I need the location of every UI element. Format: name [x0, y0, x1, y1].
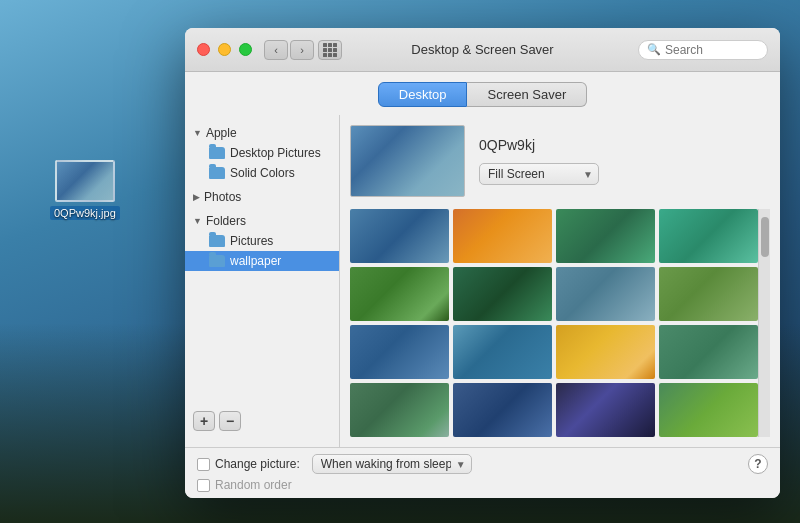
sidebar-footer: + − [185, 403, 339, 439]
grid-item[interactable] [556, 383, 655, 437]
search-icon: 🔍 [647, 43, 661, 56]
grid-item[interactable] [556, 325, 655, 379]
fill-dropdown-container: Fill Screen Fit to Screen Stretch to Fil… [479, 163, 599, 185]
triangle-folders-icon: ▼ [193, 216, 202, 226]
grid-item[interactable] [556, 209, 655, 263]
change-picture-label[interactable]: Change picture: [197, 457, 300, 471]
sidebar-photos-label: Photos [204, 190, 241, 204]
random-order-checkbox[interactable] [197, 479, 210, 492]
grid-view-button[interactable] [318, 40, 342, 60]
grid-item[interactable] [350, 325, 449, 379]
grid-item[interactable] [453, 383, 552, 437]
remove-folder-button[interactable]: − [219, 411, 241, 431]
grid-item[interactable] [659, 383, 758, 437]
grid-item[interactable] [453, 209, 552, 263]
preview-info: 0QPw9kj Fill Screen Fit to Screen Stretc… [479, 137, 599, 185]
grid-item[interactable] [453, 267, 552, 321]
random-order-label[interactable]: Random order [197, 478, 292, 492]
traffic-lights [197, 43, 252, 56]
desktop-file-icon[interactable]: 0QPw9kj.jpg [50, 160, 120, 220]
bottom-bar: Change picture: When waking from sleep E… [185, 447, 780, 498]
scrollbar-track[interactable] [758, 209, 770, 437]
add-folder-button[interactable]: + [193, 411, 215, 431]
desktop-screensaver-window: ‹ › Desktop & Screen Saver 🔍 Desktop Scr… [185, 28, 780, 498]
folder-icon [209, 147, 225, 159]
sidebar-group-folders[interactable]: ▼ Folders [185, 211, 339, 231]
sidebar: ▼ Apple Desktop Pictures Solid Colors ▶ … [185, 115, 340, 447]
titlebar: ‹ › Desktop & Screen Saver 🔍 [185, 28, 780, 72]
triangle-collapsed-icon: ▶ [193, 192, 200, 202]
close-button[interactable] [197, 43, 210, 56]
scrollbar-thumb[interactable] [761, 217, 769, 257]
preview-thumbnail [350, 125, 465, 197]
desktop-icon-label: 0QPw9kj.jpg [50, 206, 120, 220]
change-picture-checkbox[interactable] [197, 458, 210, 471]
grid-item[interactable] [659, 209, 758, 263]
triangle-icon: ▼ [193, 128, 202, 138]
sidebar-section-apple: ▼ Apple Desktop Pictures Solid Colors [185, 123, 339, 183]
content-area: ▼ Apple Desktop Pictures Solid Colors ▶ … [185, 115, 780, 447]
sidebar-item-wallpaper[interactable]: wallpaper [185, 251, 339, 271]
forward-button[interactable]: › [290, 40, 314, 60]
grid-item[interactable] [659, 267, 758, 321]
sidebar-item-pictures[interactable]: Pictures [185, 231, 339, 251]
grid-item[interactable] [350, 209, 449, 263]
main-panel: 0QPw9kj Fill Screen Fit to Screen Stretc… [340, 115, 780, 447]
sidebar-section-folders: ▼ Folders Pictures wallpaper [185, 211, 339, 271]
tab-desktop[interactable]: Desktop [378, 82, 468, 107]
fill-dropdown-wrapper: Fill Screen Fit to Screen Stretch to Fil… [479, 163, 599, 185]
tab-screensaver[interactable]: Screen Saver [467, 82, 587, 107]
sidebar-folders-label: Folders [206, 214, 246, 228]
tab-bar: Desktop Screen Saver [185, 72, 780, 115]
preview-row: 0QPw9kj Fill Screen Fit to Screen Stretc… [350, 125, 770, 197]
desktop-icon-thumbnail [55, 160, 115, 202]
back-button[interactable]: ‹ [264, 40, 288, 60]
grid-item[interactable] [350, 383, 449, 437]
window-title: Desktop & Screen Saver [411, 42, 553, 57]
folder-icon [209, 167, 225, 179]
nav-buttons: ‹ › [264, 40, 314, 60]
sidebar-item-solid-colors[interactable]: Solid Colors [185, 163, 339, 183]
grid-item[interactable] [350, 267, 449, 321]
sidebar-item-desktop-pictures[interactable]: Desktop Pictures [185, 143, 339, 163]
sidebar-apple-label: Apple [206, 126, 237, 140]
sidebar-section-photos: ▶ Photos [185, 187, 339, 207]
random-order-row: Random order [197, 478, 768, 492]
preview-filename: 0QPw9kj [479, 137, 599, 153]
search-box[interactable]: 🔍 [638, 40, 768, 60]
minimize-button[interactable] [218, 43, 231, 56]
fill-screen-select[interactable]: Fill Screen Fit to Screen Stretch to Fil… [479, 163, 599, 185]
grid-item[interactable] [659, 325, 758, 379]
change-picture-row: Change picture: When waking from sleep E… [197, 454, 768, 474]
folder-icon [209, 255, 225, 267]
grid-wrapper [350, 209, 770, 437]
maximize-button[interactable] [239, 43, 252, 56]
when-select[interactable]: When waking from sleep Every day Every h… [312, 454, 472, 474]
search-input[interactable] [665, 43, 755, 57]
when-dropdown-wrapper: When waking from sleep Every day Every h… [312, 454, 472, 474]
sidebar-group-apple[interactable]: ▼ Apple [185, 123, 339, 143]
grid-item[interactable] [453, 325, 552, 379]
folder-icon [209, 235, 225, 247]
help-button[interactable]: ? [748, 454, 768, 474]
grid-item[interactable] [556, 267, 655, 321]
sidebar-group-photos[interactable]: ▶ Photos [185, 187, 339, 207]
image-grid [350, 209, 758, 437]
